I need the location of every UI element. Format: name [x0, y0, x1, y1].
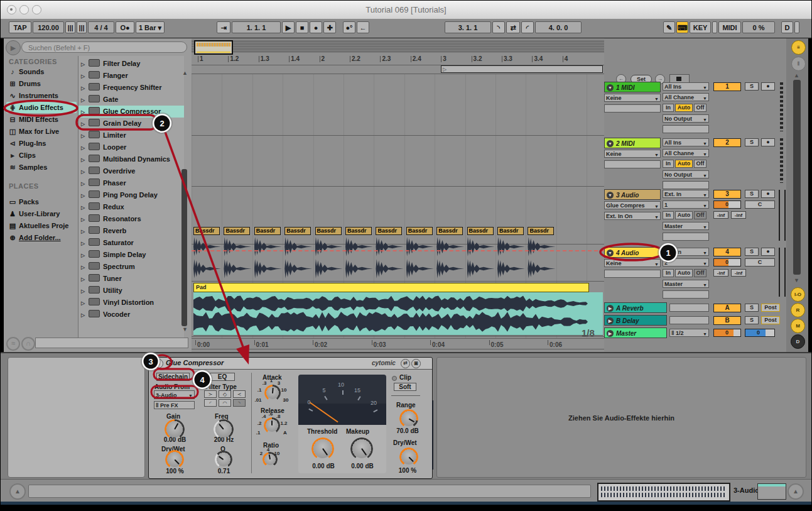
- section-toggle-m[interactable]: M: [791, 319, 805, 333]
- monitor-in[interactable]: In: [663, 211, 674, 219]
- scroll-up-icon[interactable]: ▲: [182, 70, 188, 76]
- monitor-off[interactable]: Off: [694, 269, 706, 277]
- return-header[interactable]: ▶B Delay: [604, 315, 667, 326]
- device-row-frequency-shifter[interactable]: ▷Frequency Shifter: [78, 82, 184, 94]
- device-row-ping-pong-delay[interactable]: ▷Ping Pong Delay: [78, 189, 184, 201]
- soft-clip-button[interactable]: Soft: [394, 383, 416, 391]
- output-type-select[interactable]: Master▼: [663, 222, 709, 230]
- device-chain-thumbnail[interactable]: [757, 483, 786, 500]
- attack-knob[interactable]: [266, 387, 279, 399]
- bass-clip-title[interactable]: Bassdr: [315, 227, 342, 235]
- track-header[interactable]: ▼2 MIDI: [604, 138, 661, 148]
- output-type-select[interactable]: No Output▼: [663, 170, 709, 179]
- back-to-arrangement-button[interactable]: ←: [357, 21, 369, 33]
- return-number-button[interactable]: B: [713, 316, 741, 325]
- device-row-reverb[interactable]: ▷Reverb: [78, 225, 184, 237]
- device-chooser[interactable]: Keine▼: [604, 150, 661, 158]
- pan-control[interactable]: C: [745, 258, 775, 266]
- disclosure-icon[interactable]: ▷: [81, 190, 89, 202]
- disclosure-icon[interactable]: ▷: [81, 166, 89, 178]
- disclosure-icon[interactable]: ▷: [81, 309, 89, 321]
- arm-button[interactable]: ●: [761, 138, 775, 146]
- sidebar-item-midi-effects[interactable]: ⊟MIDI Effects: [6, 114, 77, 125]
- sidebar-item-samples[interactable]: ≋Samples: [6, 162, 77, 173]
- sidebar-item-audio-effects[interactable]: ⋕Audio Effects: [6, 102, 77, 113]
- bass-clip-title[interactable]: Bassdr: [436, 227, 463, 235]
- disclosure-icon[interactable]: ▷: [81, 142, 89, 154]
- bass-clip-title[interactable]: Bassdr: [224, 227, 250, 235]
- range-value[interactable]: 70.0 dB: [389, 427, 426, 434]
- device-row-tuner[interactable]: ▷Tuner: [78, 273, 184, 285]
- nudge-up-button[interactable]: |||: [77, 21, 87, 33]
- track-number-button[interactable]: 2: [713, 138, 741, 147]
- arrangement-position-display[interactable]: 1. 1. 1: [232, 21, 281, 33]
- disclosure-icon[interactable]: ▷: [81, 202, 89, 214]
- device-row-utility[interactable]: ▷Utility: [78, 285, 184, 297]
- input-type-select[interactable]: Ext. In▼: [663, 190, 709, 198]
- volume-slider[interactable]: 0: [713, 258, 741, 266]
- overview-viewport-box[interactable]: [194, 40, 233, 55]
- loop-brace[interactable]: ▷: [441, 65, 603, 73]
- disclosure-icon[interactable]: ▷: [81, 82, 89, 94]
- bass-clip-title[interactable]: Bassdr: [467, 227, 494, 235]
- track-number-button[interactable]: 1: [713, 82, 741, 91]
- stop-button[interactable]: ■: [296, 21, 308, 33]
- return-number-button[interactable]: A: [713, 304, 741, 312]
- solo-button[interactable]: S: [745, 248, 759, 256]
- sidebar-item-plug-ins[interactable]: ⊲Plug-Ins: [6, 138, 77, 149]
- routing-sections-icon[interactable]: ⫴: [791, 57, 806, 71]
- monitor-auto[interactable]: Auto: [675, 269, 693, 277]
- device-activator-button[interactable]: ▶: [154, 359, 163, 368]
- eq-tab[interactable]: EQ: [210, 373, 235, 381]
- nudge-down-button[interactable]: |||: [65, 21, 75, 33]
- disclosure-icon[interactable]: ▷: [81, 297, 89, 309]
- solo-button[interactable]: S: [745, 138, 759, 146]
- section-toggle-r[interactable]: R: [791, 303, 805, 317]
- makeup-knob[interactable]: [352, 439, 371, 458]
- hot-swap-icon[interactable]: ⇄: [401, 359, 410, 368]
- metronome-button[interactable]: O●: [116, 21, 134, 33]
- device-row-overdrive[interactable]: ▷Overdrive: [78, 165, 184, 177]
- freq-knob[interactable]: [215, 421, 232, 437]
- save-preset-icon[interactable]: ▣: [411, 359, 421, 368]
- device-row-vocoder[interactable]: ▷Vocoder: [78, 309, 184, 321]
- monitor-in[interactable]: In: [663, 160, 674, 168]
- scroll-down-icon[interactable]: ▼: [182, 326, 188, 332]
- monitor-in[interactable]: In: [663, 269, 674, 277]
- bass-clip-title[interactable]: Bassdr: [497, 227, 524, 235]
- device-row-spectrum[interactable]: ▷Spectrum: [78, 261, 184, 273]
- track-header[interactable]: ▼1 MIDI: [604, 82, 661, 92]
- disclosure-icon[interactable]: ▷: [81, 58, 89, 70]
- loop-length-display[interactable]: 4. 0. 0: [535, 21, 582, 33]
- input-type-select[interactable]: Ext. In▼: [663, 248, 709, 256]
- preview-scrub-field[interactable]: [35, 338, 188, 348]
- disclosure-icon[interactable]: ▷: [81, 178, 89, 190]
- search-input[interactable]: Suchen (Befehl + F): [21, 41, 187, 53]
- device-chooser[interactable]: Glue Compres▼: [604, 201, 661, 209]
- places-item-packs[interactable]: ▭Packs: [6, 196, 77, 207]
- arrangement-overview[interactable]: [192, 40, 604, 53]
- bass-clip-title[interactable]: Bassdr: [254, 227, 281, 235]
- device-row-filter-delay[interactable]: ▷Filter Delay: [78, 58, 184, 70]
- monitor-auto[interactable]: Auto: [675, 104, 693, 112]
- makeup-value[interactable]: 0.00 dB: [344, 463, 381, 470]
- unfold-track-icon[interactable]: ▼: [607, 192, 614, 199]
- track-header[interactable]: ▼3 Audio: [604, 189, 661, 200]
- midi-track-indicator[interactable]: D: [781, 21, 793, 33]
- play-icon[interactable]: ▶: [607, 317, 614, 324]
- clip-preview-thumbnail[interactable]: [597, 483, 730, 502]
- disclosure-icon[interactable]: ▷: [81, 285, 89, 297]
- unfold-track-icon[interactable]: ▼: [607, 140, 614, 147]
- disclosure-icon[interactable]: ▷: [81, 130, 89, 142]
- post-toggle[interactable]: Post: [761, 316, 780, 324]
- filter-type-4[interactable]: ◜: [204, 399, 217, 407]
- unfold-track-icon[interactable]: ▼: [607, 250, 614, 256]
- new-button[interactable]: ●°: [343, 21, 355, 33]
- solo-button[interactable]: S: [745, 82, 759, 91]
- pad-clip-title[interactable]: Pad: [193, 283, 589, 292]
- solo-button[interactable]: S: [745, 190, 759, 198]
- unfold-track-icon[interactable]: ▼: [607, 84, 614, 91]
- pad-clip-waveform[interactable]: [193, 292, 603, 336]
- arm-button[interactable]: ●: [761, 190, 775, 198]
- disclosure-icon[interactable]: ▷: [81, 214, 89, 226]
